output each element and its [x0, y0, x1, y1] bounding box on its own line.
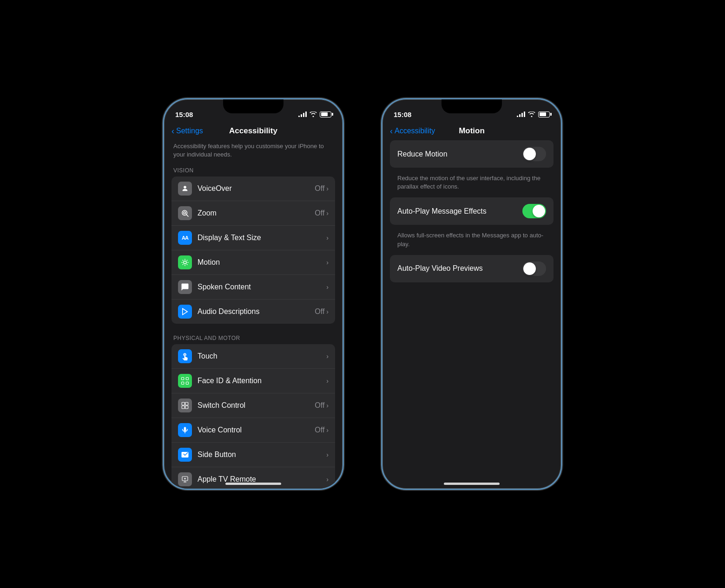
list-item-voiceover[interactable]: VoiceOver Off › — [171, 176, 335, 201]
spoken-label: Spoken Content — [198, 283, 326, 291]
svg-rect-9 — [182, 382, 184, 385]
section-header-vision: VISION — [164, 165, 343, 176]
svg-rect-8 — [186, 378, 188, 380]
zoom-value: Off — [315, 209, 324, 217]
audio-label: Audio Descriptions — [198, 307, 315, 316]
autoplay-video-toggle[interactable] — [522, 261, 546, 276]
list-item-voice[interactable]: Voice Control Off › — [171, 418, 335, 443]
nav-back-right[interactable]: ‹ Accessibility — [390, 127, 435, 135]
section-header-physical: PHYSICAL AND MOTOR — [164, 333, 343, 344]
svg-rect-14 — [185, 406, 188, 409]
list-item-motion[interactable]: Motion › — [171, 250, 335, 275]
display-icon: AA — [178, 231, 192, 245]
display-chevron: › — [326, 234, 329, 242]
nav-title-left: Accessibility — [229, 126, 277, 136]
display-label: Display & Text Size — [198, 234, 326, 242]
switch-icon — [178, 399, 192, 412]
physical-group: Touch › Face ID & Attention › — [171, 344, 335, 489]
autoplay-video-group: Auto-Play Video Previews — [390, 255, 554, 282]
motion-icon — [178, 255, 192, 269]
scroll-content-left: VISION VoiceOver Off › — [164, 165, 343, 489]
signal-icon-left — [298, 111, 307, 117]
motion-content: Reduce Motion Reduce the motion of the u… — [382, 140, 561, 282]
status-icons-right — [517, 111, 550, 118]
notch-left — [223, 99, 283, 113]
audio-chevron: › — [326, 308, 329, 315]
list-item-switch[interactable]: Switch Control Off › — [171, 393, 335, 418]
screen-left: ‹ Settings Accessibility Accessibility f… — [164, 123, 343, 489]
list-item-audio[interactable]: Audio Descriptions Off › — [171, 300, 335, 324]
reduce-motion-label: Reduce Motion — [397, 150, 448, 158]
motion-label: Motion — [198, 258, 326, 267]
wifi-icon-right — [528, 111, 535, 117]
nav-title-right: Motion — [459, 126, 485, 136]
wifi-icon-left — [310, 111, 317, 117]
autoplay-message-item[interactable]: Auto-Play Message Effects — [390, 197, 554, 225]
list-item-appletv[interactable]: Apple TV Remote › — [171, 467, 335, 489]
autoplay-message-toggle[interactable] — [522, 204, 546, 218]
autoplay-message-label: Auto-Play Message Effects — [397, 207, 487, 216]
back-chevron-right: ‹ — [390, 127, 393, 135]
faceid-chevron: › — [326, 377, 329, 385]
nav-bar-right: ‹ Accessibility Motion — [382, 123, 561, 140]
vision-group: VoiceOver Off › Zoom Off › — [171, 176, 335, 324]
switch-chevron: › — [326, 402, 329, 409]
appletv-chevron: › — [326, 476, 329, 483]
touch-label: Touch — [198, 352, 326, 360]
battery-icon-left — [320, 111, 331, 118]
list-item-side[interactable]: Side Button › — [171, 443, 335, 467]
side-chevron: › — [326, 451, 329, 458]
svg-point-2 — [182, 210, 187, 216]
back-label-right[interactable]: Accessibility — [395, 127, 435, 135]
voice-chevron: › — [326, 426, 329, 434]
switch-value: Off — [315, 401, 324, 410]
motion-chevron: › — [326, 259, 329, 266]
nav-back-left[interactable]: ‹ Settings — [171, 127, 203, 135]
voice-value: Off — [315, 426, 324, 434]
reduce-motion-item[interactable]: Reduce Motion — [390, 140, 554, 168]
zoom-icon — [178, 206, 192, 220]
side-label: Side Button — [198, 451, 326, 459]
svg-line-3 — [186, 215, 188, 217]
autoplay-message-group: Auto-Play Message Effects — [390, 197, 554, 225]
svg-marker-6 — [183, 309, 188, 315]
reduce-motion-toggle[interactable] — [522, 147, 546, 161]
zoom-label: Zoom — [198, 209, 315, 217]
svg-point-5 — [184, 261, 186, 264]
voice-label: Voice Control — [198, 426, 315, 434]
audio-icon — [178, 305, 192, 319]
svg-rect-10 — [186, 382, 188, 385]
side-icon — [178, 448, 192, 462]
autoplay-message-desc: Allows full-screen effects in the Messag… — [390, 229, 554, 255]
autoplay-video-label: Auto-Play Video Previews — [397, 264, 483, 273]
switch-label: Switch Control — [198, 401, 315, 410]
spoken-icon — [178, 280, 192, 294]
notch-right — [442, 99, 502, 113]
faceid-label: Face ID & Attention — [198, 377, 326, 385]
nav-bar-left: ‹ Settings Accessibility — [164, 123, 343, 140]
svg-point-4 — [184, 212, 186, 214]
touch-chevron: › — [326, 353, 329, 360]
phone-left: 15:08 ‹ Settings Accessibility Acces — [163, 98, 344, 490]
status-icons-left — [298, 111, 331, 118]
status-time-left: 15:08 — [175, 111, 193, 118]
list-item-display-text[interactable]: AA Display & Text Size › — [171, 226, 335, 250]
svg-rect-11 — [182, 403, 185, 405]
description-left: Accessibility features help you customis… — [164, 140, 343, 165]
autoplay-video-item[interactable]: Auto-Play Video Previews — [390, 255, 554, 282]
audio-value: Off — [315, 307, 324, 316]
back-chevron-left: ‹ — [171, 127, 174, 135]
list-item-spoken[interactable]: Spoken Content › — [171, 275, 335, 300]
list-item-faceid[interactable]: Face ID & Attention › — [171, 369, 335, 393]
back-label-left[interactable]: Settings — [176, 127, 203, 135]
voice-icon — [178, 423, 192, 437]
voiceover-value: Off — [315, 184, 324, 193]
list-item-touch[interactable]: Touch › — [171, 344, 335, 369]
svg-rect-7 — [182, 378, 184, 380]
list-item-zoom[interactable]: Zoom Off › — [171, 201, 335, 226]
screen-right: ‹ Accessibility Motion Reduce Motion Red… — [382, 123, 561, 489]
reduce-motion-group: Reduce Motion — [390, 140, 554, 168]
voiceover-icon — [178, 182, 192, 196]
voiceover-chevron: › — [326, 185, 329, 192]
home-indicator-left — [225, 483, 281, 485]
